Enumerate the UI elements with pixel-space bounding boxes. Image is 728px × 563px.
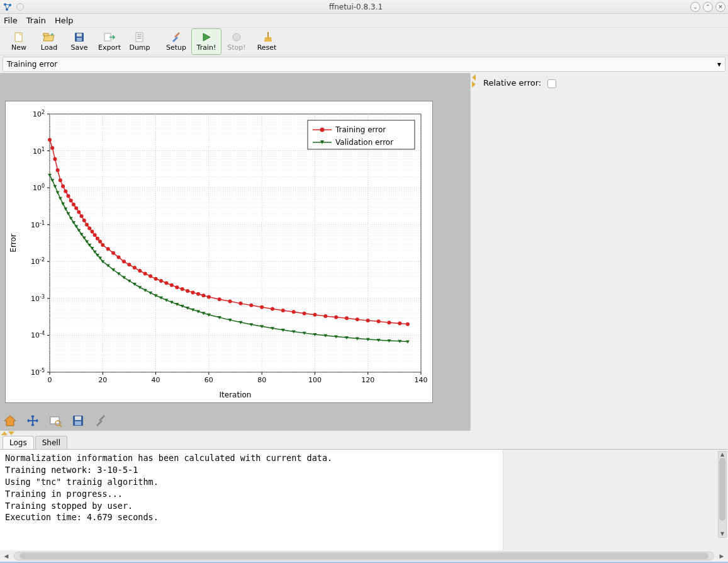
svg-text:10-2: 10-2 bbox=[31, 257, 45, 266]
setup-button[interactable]: Setup bbox=[161, 28, 191, 55]
svg-rect-20 bbox=[267, 32, 269, 37]
scroll-up-icon[interactable]: ▲ bbox=[719, 452, 726, 458]
svg-point-133 bbox=[59, 178, 62, 182]
svg-rect-14 bbox=[136, 33, 143, 42]
pan-icon[interactable] bbox=[25, 413, 40, 428]
zoom-icon[interactable] bbox=[48, 413, 63, 428]
svg-point-166 bbox=[191, 290, 195, 294]
svg-point-137 bbox=[69, 198, 73, 202]
svg-rect-11 bbox=[77, 33, 82, 37]
configure-icon[interactable] bbox=[93, 413, 108, 428]
svg-text:10-3: 10-3 bbox=[31, 293, 45, 303]
svg-point-173 bbox=[249, 304, 253, 307]
svg-point-168 bbox=[201, 293, 205, 297]
svg-text:20: 20 bbox=[98, 376, 107, 384]
relative-error-checkbox[interactable] bbox=[547, 79, 556, 88]
horizontal-scrollbar[interactable] bbox=[14, 552, 714, 560]
tools-icon bbox=[170, 31, 182, 43]
svg-point-179 bbox=[313, 313, 316, 317]
svg-text:10-4: 10-4 bbox=[31, 331, 45, 340]
vertical-splitter[interactable] bbox=[471, 73, 477, 431]
log-output: Normalization information has been calcu… bbox=[0, 450, 503, 550]
hscroll-thumb[interactable] bbox=[20, 553, 708, 559]
svg-point-188 bbox=[406, 322, 410, 326]
side-panel: Relative error: bbox=[477, 73, 728, 431]
home-icon[interactable] bbox=[3, 413, 18, 428]
svg-point-19 bbox=[233, 33, 240, 41]
svg-point-181 bbox=[334, 316, 338, 319]
tab-shell[interactable]: Shell bbox=[35, 436, 67, 449]
svg-point-178 bbox=[303, 312, 306, 316]
scroll-down-icon[interactable]: ▼ bbox=[719, 531, 726, 537]
scroll-left-icon[interactable]: ◀ bbox=[3, 553, 10, 559]
save-figure-icon[interactable] bbox=[70, 413, 86, 428]
export-button[interactable]: Export bbox=[94, 28, 125, 55]
export-icon bbox=[103, 31, 116, 43]
new-button[interactable]: New bbox=[4, 28, 34, 55]
minimize-button[interactable]: ⌄ bbox=[690, 2, 700, 12]
svg-point-172 bbox=[238, 302, 242, 305]
svg-point-157 bbox=[143, 271, 147, 275]
svg-point-147 bbox=[96, 237, 99, 241]
svg-point-135 bbox=[64, 190, 67, 193]
bottom-tabs: Logs Shell bbox=[0, 436, 728, 450]
svg-point-169 bbox=[207, 295, 211, 299]
stop-button[interactable]: Stop! bbox=[221, 28, 252, 55]
svg-point-129 bbox=[48, 138, 52, 142]
svg-text:102: 102 bbox=[33, 110, 45, 119]
svg-text:100: 100 bbox=[308, 376, 322, 384]
svg-text:Error: Error bbox=[9, 234, 18, 252]
svg-point-141 bbox=[80, 214, 84, 218]
menu-help[interactable]: Help bbox=[55, 16, 74, 25]
train-button[interactable]: Train! bbox=[191, 28, 221, 55]
svg-point-161 bbox=[164, 282, 168, 285]
svg-point-140 bbox=[77, 210, 81, 214]
svg-rect-6 bbox=[15, 33, 22, 42]
svg-text:101: 101 bbox=[33, 146, 45, 156]
broom-icon bbox=[260, 31, 273, 43]
relative-error-label: Relative error: bbox=[483, 78, 541, 88]
svg-point-151 bbox=[111, 251, 115, 255]
svg-point-182 bbox=[345, 316, 349, 320]
svg-text:Iteration: Iteration bbox=[220, 390, 252, 399]
maximize-button[interactable]: ⌃ bbox=[703, 2, 713, 12]
svg-point-155 bbox=[133, 266, 137, 270]
menu-train[interactable]: Train bbox=[26, 16, 46, 25]
scroll-right-icon[interactable]: ▶ bbox=[718, 553, 725, 559]
log-panel: Normalization information has been calcu… bbox=[0, 450, 728, 550]
svg-point-177 bbox=[292, 310, 296, 314]
reset-button[interactable]: Reset bbox=[252, 28, 282, 55]
tab-logs[interactable]: Logs bbox=[3, 436, 34, 449]
svg-marker-256 bbox=[4, 416, 16, 426]
save-button[interactable]: Save bbox=[64, 28, 94, 55]
svg-point-180 bbox=[323, 314, 327, 318]
dump-button[interactable]: Dump bbox=[125, 28, 155, 55]
svg-point-170 bbox=[218, 297, 221, 301]
svg-line-259 bbox=[60, 425, 62, 427]
svg-text:10-1: 10-1 bbox=[31, 220, 45, 229]
svg-marker-21 bbox=[264, 37, 272, 42]
horizontal-splitter[interactable] bbox=[0, 431, 728, 436]
svg-text:40: 40 bbox=[152, 376, 160, 384]
svg-rect-262 bbox=[75, 421, 81, 425]
svg-point-148 bbox=[98, 239, 102, 243]
scrollbar-thumb[interactable] bbox=[719, 458, 725, 521]
svg-rect-12 bbox=[77, 38, 82, 41]
svg-point-132 bbox=[56, 168, 60, 172]
vertical-scrollbar[interactable]: ▲ ▼ bbox=[718, 451, 727, 538]
close-button[interactable]: ✕ bbox=[715, 2, 725, 12]
svg-point-152 bbox=[117, 256, 121, 259]
svg-point-150 bbox=[106, 247, 110, 251]
view-selector[interactable]: Training error ▾ bbox=[3, 57, 725, 72]
app-icon bbox=[3, 2, 13, 12]
load-button[interactable]: Load bbox=[34, 28, 64, 55]
menu-file[interactable]: File bbox=[4, 16, 18, 25]
svg-text:Validation error: Validation error bbox=[335, 138, 393, 147]
svg-point-154 bbox=[127, 263, 131, 266]
titlebar: ffnetui-0.8.3.1 ⌄ ⌃ ✕ bbox=[0, 0, 728, 14]
svg-point-130 bbox=[50, 146, 54, 150]
svg-rect-261 bbox=[75, 416, 81, 420]
folder-open-icon bbox=[43, 31, 55, 43]
svg-point-162 bbox=[170, 283, 174, 287]
window-title: ffnetui-0.8.3.1 bbox=[24, 3, 688, 11]
